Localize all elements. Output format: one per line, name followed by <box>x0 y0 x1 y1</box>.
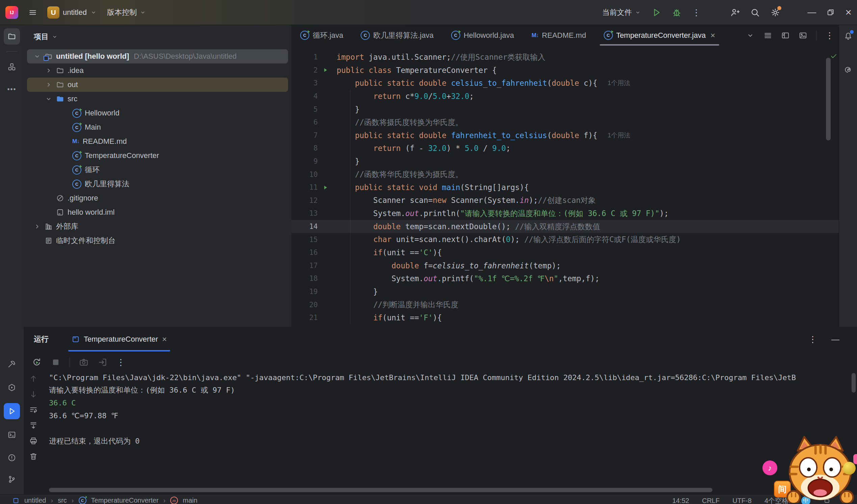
code-line-2[interactable]: 2public class TemperatureConverter { <box>291 64 839 77</box>
desktop-sticker-music[interactable]: ♪ <box>762 460 777 475</box>
editor-tab-欧几里得算法.java[interactable]: C欧几里得算法.java <box>352 25 442 46</box>
minimize-button[interactable]: — <box>807 7 816 18</box>
code-line-13[interactable]: 13 System.out.println("请输入要转换的温度和单位：(例如 … <box>291 207 839 220</box>
more-run-actions-button[interactable]: ⋮ <box>692 8 701 17</box>
close-button[interactable]: × <box>845 6 852 19</box>
chevron-down-icon[interactable] <box>33 52 41 61</box>
breadcrumb-item[interactable]: main <box>183 497 197 504</box>
list-view-icon[interactable] <box>763 31 772 40</box>
code-line-20[interactable]: 20 //判断温度并输出华氏度 <box>291 298 839 311</box>
code-line-18[interactable]: 18 System.out.printf("%.1f ℃=%.2f ℉\n",t… <box>291 272 839 285</box>
code-line-15[interactable]: 15 char unit=scan.next().charAt(0); //输入… <box>291 233 839 246</box>
code-editor[interactable]: 1import java.util.Scanner;//使用Scanner类获取… <box>291 46 839 327</box>
structure-tool-button[interactable] <box>4 59 20 75</box>
terminal-tool-button[interactable] <box>4 427 20 443</box>
console-output[interactable]: "C:\Program Files\Java\jdk-22\bin\java.e… <box>49 371 847 448</box>
run-console-tab[interactable]: TemperatureConverter × <box>68 327 170 351</box>
code-line-10[interactable]: 10 //函数将华氏度转换为摄氏度。 <box>291 168 839 181</box>
soft-wrap-icon[interactable] <box>29 405 38 414</box>
code-line-21[interactable]: 21 if(unit =='F'){ <box>291 311 839 324</box>
console-horizontal-scrollbar[interactable] <box>49 488 712 492</box>
code-line-19[interactable]: 19 } <box>291 285 839 298</box>
run-button[interactable] <box>651 7 661 18</box>
code-line-8[interactable]: 8 return (f - 32.0) * 5.0 / 9.0; <box>291 142 839 155</box>
code-line-5[interactable]: 5 } <box>291 103 839 116</box>
tree-item-src[interactable]: src <box>27 92 288 106</box>
console-vertical-scrollbar[interactable] <box>852 373 856 392</box>
thread-dump-camera-icon[interactable] <box>79 357 89 367</box>
status-item[interactable]: CRLF <box>702 497 720 504</box>
editor-tab-Helloworld.java[interactable]: CHelloworld.java <box>442 25 523 46</box>
attach-to-process-icon[interactable] <box>98 357 108 367</box>
preview-icon[interactable] <box>799 31 807 40</box>
code-with-me-icon[interactable] <box>730 7 740 18</box>
run-tool-button[interactable] <box>4 403 20 419</box>
project-panel-header[interactable]: 项目 <box>34 30 58 44</box>
status-item[interactable]: 14:52 <box>672 497 689 504</box>
chevron-down-icon[interactable] <box>45 95 53 103</box>
problems-tool-button[interactable] <box>4 450 20 466</box>
tree-item-外部库[interactable]: 外部库 <box>27 219 288 234</box>
tree-item-.gitignore[interactable]: .gitignore <box>27 191 288 205</box>
inspections-ok-icon[interactable] <box>830 52 838 60</box>
editor-tab-TemperatureConverter.java[interactable]: CTemperatureConverter.java× <box>595 25 724 46</box>
editor-tab-循环.java[interactable]: C循环.java <box>291 25 352 46</box>
restore-button[interactable] <box>826 8 835 17</box>
breadcrumb-item[interactable]: TemperatureConverter <box>91 497 159 504</box>
code-line-7[interactable]: 7 public static double fahrenheit_to_cel… <box>291 129 839 142</box>
tree-item-.idea[interactable]: .idea <box>27 64 288 78</box>
chevron-right-icon[interactable] <box>45 67 53 74</box>
close-tab-icon[interactable]: × <box>710 31 715 40</box>
debug-button[interactable] <box>672 7 682 18</box>
settings-gear-icon[interactable] <box>770 7 780 18</box>
rerun-icon[interactable] <box>32 357 42 367</box>
code-line-1[interactable]: 1import java.util.Scanner;//使用Scanner类获取… <box>291 51 839 64</box>
tree-item-TemperatureConverter[interactable]: CTemperatureConverter <box>27 149 288 163</box>
breadcrumb-item[interactable]: untitled <box>24 497 46 504</box>
code-line-12[interactable]: 12 Scanner scan=new Scanner(System.in);/… <box>291 194 839 207</box>
plugin-swirl-icon[interactable] <box>843 64 854 74</box>
tree-item-README.md[interactable]: M↓README.md <box>27 134 288 149</box>
project-tool-button[interactable] <box>4 28 20 45</box>
run-line-icon[interactable] <box>322 185 337 190</box>
more-tools-button[interactable]: ••• <box>4 81 20 97</box>
code-line-4[interactable]: 4 return c*9.0/5.0+32.0; <box>291 90 839 103</box>
tree-item-untitled-hello-world-[interactable]: untitled [hello world]D:\ASUS\Desktop\Ja… <box>27 49 288 64</box>
hide-panel-icon[interactable]: — <box>831 335 839 344</box>
stop-icon[interactable] <box>51 357 61 367</box>
breadcrumb-item[interactable]: src <box>58 497 67 504</box>
search-everywhere-icon[interactable] <box>750 7 760 18</box>
tree-item-Main[interactable]: CMain <box>27 120 288 134</box>
code-line-9[interactable]: 9 } <box>291 155 839 168</box>
run-line-icon[interactable] <box>322 67 337 73</box>
chevron-right-icon[interactable] <box>45 81 53 89</box>
services-tool-button[interactable] <box>4 380 20 396</box>
tree-item-临时文件和控制台[interactable]: 临时文件和控制台 <box>27 234 288 248</box>
split-editor-icon[interactable] <box>781 31 790 40</box>
tree-item-循环[interactable]: C循环 <box>27 163 288 177</box>
usages-inlay-hint[interactable]: 1个用法 <box>607 79 631 87</box>
editor-tab-README.md[interactable]: M↓README.md <box>523 25 595 46</box>
project-widget[interactable]: U untitled <box>47 6 97 19</box>
code-line-14[interactable]: 14 double temp=scan.nextDouble(); //输入双精… <box>291 220 839 233</box>
code-line-17[interactable]: 17 double f=celsius_to_fahrenheit(temp); <box>291 259 839 272</box>
code-line-6[interactable]: 6 //函数将摄氏度转换为华氏度。 <box>291 116 839 129</box>
run-configuration-selector[interactable]: 当前文件 <box>602 7 641 18</box>
build-tool-button[interactable] <box>4 356 20 372</box>
more-kebab-icon[interactable]: ⋮ <box>117 358 125 367</box>
code-line-16[interactable]: 16 if(unit =='C'){ <box>291 246 839 259</box>
notifications-bell-icon[interactable] <box>843 30 854 41</box>
usages-inlay-hint[interactable]: 1个用法 <box>607 131 631 140</box>
options-kebab-icon[interactable]: ⋮ <box>808 335 817 343</box>
main-menu-icon[interactable] <box>28 8 37 17</box>
print-icon[interactable] <box>29 436 38 445</box>
close-icon[interactable]: × <box>162 335 167 344</box>
tree-item-Helloworld[interactable]: CHelloworld <box>27 106 288 120</box>
vcs-widget[interactable]: 版本控制 <box>107 7 146 18</box>
version-control-tool-button[interactable] <box>4 471 20 487</box>
code-line-11[interactable]: 11 public static void main(String[]args)… <box>291 181 839 194</box>
next-occurrence-icon[interactable] <box>29 390 38 399</box>
tab-options-kebab-icon[interactable]: ⋮ <box>825 31 834 40</box>
hidden-tabs-chevron-icon[interactable] <box>746 31 755 40</box>
code-line-3[interactable]: 3 public static double celsius_to_fahren… <box>291 77 839 90</box>
